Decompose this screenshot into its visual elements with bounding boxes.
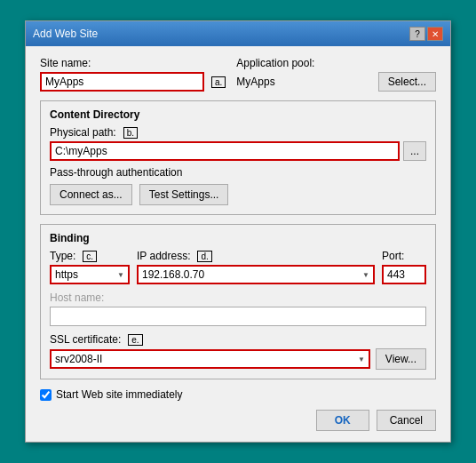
auth-label: Pass-through authentication <box>50 166 182 179</box>
port-group: Port: <box>382 250 426 284</box>
help-button[interactable]: ? <box>409 27 425 41</box>
physical-path-input[interactable] <box>50 141 400 161</box>
ssl-cert-dropdown[interactable]: srv2008-II ▼ <box>50 349 370 369</box>
step-e-label: e. <box>128 334 142 346</box>
dialog-title: Add Web Site <box>33 28 98 40</box>
ip-address-group: IP address: d. 192.168.0.70 ▼ <box>137 250 375 284</box>
step-b-label: b. <box>123 127 138 139</box>
type-group: Type: c. https ▼ <box>50 250 130 284</box>
app-pool-select-button[interactable]: Select... <box>378 72 436 92</box>
start-immediately-checkbox[interactable] <box>40 389 52 401</box>
step-a-label: a. <box>211 76 226 88</box>
host-name-input[interactable] <box>50 307 426 326</box>
binding-title: Binding <box>50 232 426 244</box>
browse-button[interactable]: ... <box>403 141 426 161</box>
start-immediately-row: Start Web site immediately <box>40 388 436 401</box>
host-name-label: Host name: <box>50 291 104 304</box>
test-settings-button[interactable]: Test Settings... <box>139 184 229 205</box>
app-pool-row: MyApps Select... <box>236 72 436 92</box>
site-name-label: Site name: <box>40 57 91 69</box>
type-value: https <box>55 268 78 281</box>
ok-button[interactable]: OK <box>316 410 369 431</box>
ssl-certificate-group: SSL certificate: e. srv2008-II ▼ View... <box>50 333 426 370</box>
host-name-group: Host name: <box>50 291 426 326</box>
close-button[interactable]: ✕ <box>427 27 443 41</box>
ip-dropdown-arrow: ▼ <box>362 271 369 279</box>
site-name-group: Site name: a. <box>40 57 226 92</box>
binding-row: Type: c. https ▼ IP address: d. 192 <box>50 250 426 284</box>
title-bar-buttons: ? ✕ <box>409 27 443 41</box>
type-dropdown-arrow: ▼ <box>117 271 124 279</box>
content-directory-title: Content Directory <box>50 108 426 121</box>
app-pool-group: Application pool: MyApps Select... <box>236 57 436 92</box>
step-d-label: d. <box>197 251 211 262</box>
content-directory-section: Content Directory Physical path: b. ... … <box>40 100 436 215</box>
add-web-site-dialog: Add Web Site ? ✕ Site name: a. Applicati… <box>25 20 451 443</box>
top-row: Site name: a. Application pool: MyApps S… <box>40 57 436 92</box>
connect-as-button[interactable]: Connect as... <box>50 184 132 205</box>
title-bar: Add Web Site ? ✕ <box>26 21 450 46</box>
ssl-view-button[interactable]: View... <box>376 348 426 370</box>
step-c-label: c. <box>83 251 97 262</box>
start-immediately-label: Start Web site immediately <box>56 388 183 401</box>
binding-section: Binding Type: c. https ▼ <box>40 224 436 379</box>
ip-address-dropdown[interactable]: 192.168.0.70 ▼ <box>137 265 375 284</box>
ssl-cert-label: SSL certificate: <box>50 333 121 346</box>
physical-path-label: Physical path: <box>50 126 116 139</box>
cancel-button[interactable]: Cancel <box>377 410 436 431</box>
app-pool-value: MyApps <box>236 76 372 88</box>
type-label: Type: <box>50 250 75 262</box>
site-name-input[interactable] <box>40 72 204 92</box>
port-input[interactable] <box>382 265 426 284</box>
ip-address-value: 192.168.0.70 <box>142 268 204 281</box>
ip-address-label: IP address: <box>137 250 190 262</box>
app-pool-label: Application pool: <box>236 57 436 69</box>
dialog-body: Site name: a. Application pool: MyApps S… <box>26 46 450 442</box>
ssl-dropdown-arrow: ▼ <box>358 355 365 363</box>
type-dropdown[interactable]: https ▼ <box>50 265 130 284</box>
port-label: Port: <box>382 250 426 262</box>
ssl-cert-value: srv2008-II <box>55 353 102 365</box>
bottom-buttons: OK Cancel <box>40 410 436 431</box>
